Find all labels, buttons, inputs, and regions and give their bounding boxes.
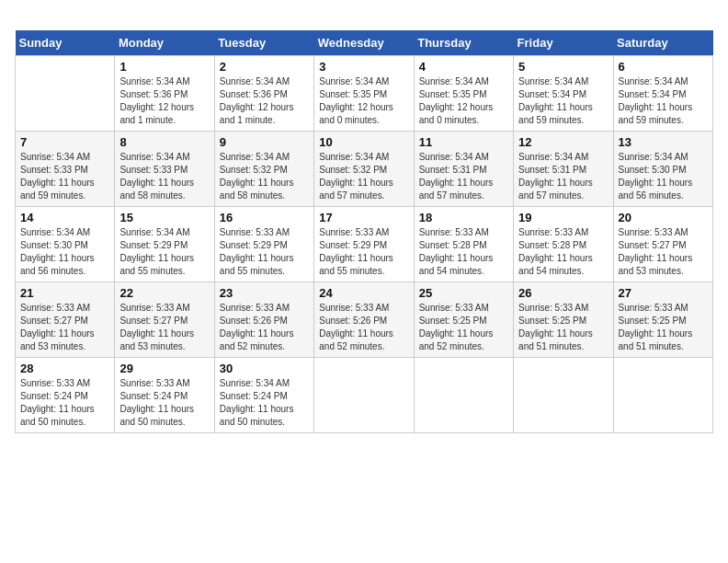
day-number: 4 <box>419 60 508 74</box>
day-cell: 17Sunrise: 5:33 AM Sunset: 5:29 PM Dayli… <box>314 207 414 282</box>
week-row-5: 28Sunrise: 5:33 AM Sunset: 5:24 PM Dayli… <box>16 358 713 433</box>
week-row-2: 7Sunrise: 5:34 AM Sunset: 5:33 PM Daylig… <box>16 132 713 207</box>
day-cell: 19Sunrise: 5:33 AM Sunset: 5:28 PM Dayli… <box>514 207 613 282</box>
day-number: 20 <box>619 211 708 224</box>
day-number: 12 <box>518 135 608 149</box>
day-cell: 16Sunrise: 5:33 AM Sunset: 5:29 PM Dayli… <box>214 207 313 282</box>
day-cell: 2Sunrise: 5:34 AM Sunset: 5:36 PM Daylig… <box>214 56 313 132</box>
day-cell: 24Sunrise: 5:33 AM Sunset: 5:26 PM Dayli… <box>314 282 414 358</box>
header-cell-monday: Monday <box>115 30 214 56</box>
day-cell <box>613 358 712 433</box>
week-row-1: 1Sunrise: 5:34 AM Sunset: 5:36 PM Daylig… <box>16 56 713 132</box>
header-cell-thursday: Thursday <box>414 30 513 56</box>
day-info: Sunrise: 5:33 AM Sunset: 5:29 PM Dayligh… <box>319 226 408 278</box>
day-cell: 15Sunrise: 5:34 AM Sunset: 5:29 PM Dayli… <box>115 207 214 282</box>
header-cell-sunday: Sunday <box>16 30 115 56</box>
day-cell: 14Sunrise: 5:34 AM Sunset: 5:30 PM Dayli… <box>16 207 115 282</box>
day-cell: 23Sunrise: 5:33 AM Sunset: 5:26 PM Dayli… <box>214 282 313 358</box>
day-info: Sunrise: 5:34 AM Sunset: 5:31 PM Dayligh… <box>518 151 608 202</box>
day-number: 25 <box>419 286 508 300</box>
day-cell: 28Sunrise: 5:33 AM Sunset: 5:24 PM Dayli… <box>16 358 115 433</box>
day-number: 2 <box>220 60 309 74</box>
day-cell: 18Sunrise: 5:33 AM Sunset: 5:28 PM Dayli… <box>414 207 513 282</box>
day-cell: 30Sunrise: 5:34 AM Sunset: 5:24 PM Dayli… <box>214 358 313 433</box>
day-cell: 21Sunrise: 5:33 AM Sunset: 5:27 PM Dayli… <box>16 282 115 358</box>
day-info: Sunrise: 5:34 AM Sunset: 5:30 PM Dayligh… <box>619 151 708 202</box>
day-number: 29 <box>119 362 209 375</box>
day-number: 26 <box>518 286 608 300</box>
day-cell: 20Sunrise: 5:33 AM Sunset: 5:27 PM Dayli… <box>613 207 712 282</box>
day-cell: 9Sunrise: 5:34 AM Sunset: 5:32 PM Daylig… <box>214 132 313 207</box>
day-info: Sunrise: 5:33 AM Sunset: 5:28 PM Dayligh… <box>419 226 508 278</box>
day-info: Sunrise: 5:34 AM Sunset: 5:35 PM Dayligh… <box>319 75 408 127</box>
header-cell-friday: Friday <box>514 30 613 56</box>
day-cell: 4Sunrise: 5:34 AM Sunset: 5:35 PM Daylig… <box>414 56 513 132</box>
day-cell: 6Sunrise: 5:34 AM Sunset: 5:34 PM Daylig… <box>613 56 712 132</box>
day-number: 30 <box>220 362 309 375</box>
day-cell <box>314 358 414 433</box>
calendar-table: SundayMondayTuesdayWednesdayThursdayFrid… <box>15 30 713 433</box>
day-info: Sunrise: 5:33 AM Sunset: 5:25 PM Dayligh… <box>619 302 708 353</box>
day-cell: 27Sunrise: 5:33 AM Sunset: 5:25 PM Dayli… <box>613 282 712 358</box>
day-number: 13 <box>619 135 708 149</box>
header-cell-tuesday: Tuesday <box>214 30 313 56</box>
day-number: 28 <box>20 362 109 375</box>
day-number: 10 <box>319 135 408 149</box>
day-number: 23 <box>220 286 309 300</box>
day-cell: 22Sunrise: 5:33 AM Sunset: 5:27 PM Dayli… <box>115 282 214 358</box>
day-number: 16 <box>220 211 309 224</box>
day-cell: 26Sunrise: 5:33 AM Sunset: 5:25 PM Dayli… <box>514 282 613 358</box>
day-info: Sunrise: 5:33 AM Sunset: 5:26 PM Dayligh… <box>319 302 408 353</box>
day-number: 24 <box>319 286 408 300</box>
day-number: 1 <box>119 60 209 74</box>
day-number: 15 <box>119 211 209 224</box>
day-info: Sunrise: 5:34 AM Sunset: 5:36 PM Dayligh… <box>220 75 309 127</box>
day-number: 17 <box>319 211 408 224</box>
day-cell: 8Sunrise: 5:34 AM Sunset: 5:33 PM Daylig… <box>115 132 214 207</box>
day-cell: 29Sunrise: 5:33 AM Sunset: 5:24 PM Dayli… <box>115 358 214 433</box>
day-info: Sunrise: 5:34 AM Sunset: 5:33 PM Dayligh… <box>20 151 109 202</box>
day-number: 19 <box>518 211 608 224</box>
day-number: 18 <box>419 211 508 224</box>
day-number: 6 <box>619 60 708 74</box>
day-number: 9 <box>220 135 309 149</box>
page-header <box>15 15 713 19</box>
day-number: 21 <box>20 286 109 300</box>
day-cell: 7Sunrise: 5:34 AM Sunset: 5:33 PM Daylig… <box>16 132 115 207</box>
day-cell: 12Sunrise: 5:34 AM Sunset: 5:31 PM Dayli… <box>514 132 613 207</box>
week-row-4: 21Sunrise: 5:33 AM Sunset: 5:27 PM Dayli… <box>16 282 713 358</box>
day-number: 22 <box>119 286 209 300</box>
day-info: Sunrise: 5:33 AM Sunset: 5:24 PM Dayligh… <box>20 377 109 429</box>
day-info: Sunrise: 5:34 AM Sunset: 5:29 PM Dayligh… <box>119 226 209 278</box>
day-info: Sunrise: 5:34 AM Sunset: 5:30 PM Dayligh… <box>20 226 109 278</box>
day-info: Sunrise: 5:34 AM Sunset: 5:32 PM Dayligh… <box>319 151 408 202</box>
day-info: Sunrise: 5:34 AM Sunset: 5:24 PM Dayligh… <box>220 377 309 429</box>
day-number: 3 <box>319 60 408 74</box>
day-cell: 10Sunrise: 5:34 AM Sunset: 5:32 PM Dayli… <box>314 132 414 207</box>
day-number: 7 <box>20 135 109 149</box>
day-number: 14 <box>20 211 109 224</box>
day-info: Sunrise: 5:33 AM Sunset: 5:25 PM Dayligh… <box>518 302 608 353</box>
day-info: Sunrise: 5:34 AM Sunset: 5:31 PM Dayligh… <box>419 151 508 202</box>
day-number: 11 <box>419 135 508 149</box>
day-info: Sunrise: 5:34 AM Sunset: 5:32 PM Dayligh… <box>220 151 309 202</box>
day-info: Sunrise: 5:34 AM Sunset: 5:34 PM Dayligh… <box>619 75 708 127</box>
day-cell: 5Sunrise: 5:34 AM Sunset: 5:34 PM Daylig… <box>514 56 613 132</box>
day-info: Sunrise: 5:34 AM Sunset: 5:35 PM Dayligh… <box>419 75 508 127</box>
day-cell: 13Sunrise: 5:34 AM Sunset: 5:30 PM Dayli… <box>613 132 712 207</box>
header-cell-wednesday: Wednesday <box>314 30 414 56</box>
calendar-body: 1Sunrise: 5:34 AM Sunset: 5:36 PM Daylig… <box>16 56 713 433</box>
day-info: Sunrise: 5:33 AM Sunset: 5:29 PM Dayligh… <box>220 226 309 278</box>
day-number: 8 <box>119 135 209 149</box>
day-info: Sunrise: 5:33 AM Sunset: 5:27 PM Dayligh… <box>20 302 109 353</box>
day-cell: 25Sunrise: 5:33 AM Sunset: 5:25 PM Dayli… <box>414 282 513 358</box>
day-info: Sunrise: 5:33 AM Sunset: 5:28 PM Dayligh… <box>518 226 608 278</box>
day-info: Sunrise: 5:34 AM Sunset: 5:34 PM Dayligh… <box>518 75 608 127</box>
day-number: 27 <box>619 286 708 300</box>
day-info: Sunrise: 5:33 AM Sunset: 5:24 PM Dayligh… <box>119 377 209 429</box>
day-info: Sunrise: 5:33 AM Sunset: 5:26 PM Dayligh… <box>220 302 309 353</box>
day-info: Sunrise: 5:33 AM Sunset: 5:25 PM Dayligh… <box>419 302 508 353</box>
calendar-header: SundayMondayTuesdayWednesdayThursdayFrid… <box>16 30 713 56</box>
day-cell: 1Sunrise: 5:34 AM Sunset: 5:36 PM Daylig… <box>115 56 214 132</box>
header-cell-saturday: Saturday <box>613 30 712 56</box>
